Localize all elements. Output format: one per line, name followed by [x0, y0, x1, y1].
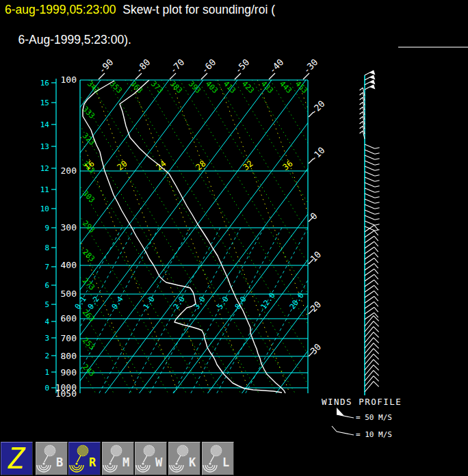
svg-text:-30: -30 — [301, 57, 320, 75]
svg-text:283: 283 — [81, 248, 96, 263]
toolbar-button-letter: R — [89, 455, 96, 469]
svg-text:1: 1 — [44, 368, 49, 377]
svg-text:353: 353 — [108, 79, 124, 95]
zeb-logo-letter: Z — [7, 442, 26, 475]
toolbar-button-w[interactable]: W — [135, 442, 167, 475]
svg-text:363: 363 — [129, 79, 144, 95]
isotherm-lines — [0, 80, 468, 393]
legend-item-label: = 10 M/S — [356, 430, 392, 439]
isotherm-labels: -90-80-70-60-50-40-30-20-100102030 — [96, 57, 327, 356]
svg-text:383: 383 — [168, 79, 184, 95]
svg-text:700: 700 — [61, 333, 77, 343]
toolbar: ZBRMWKL — [0, 442, 468, 476]
radiosonde-balloon-icon: B — [36, 442, 67, 475]
svg-text:-90: -90 — [96, 57, 115, 75]
svg-text:423: 423 — [240, 79, 256, 95]
svg-text:403: 403 — [204, 79, 220, 95]
toolbar-button-k[interactable]: K — [168, 442, 200, 475]
radiosonde-balloon-icon: L — [203, 442, 233, 475]
dry-adiabat-labels: 3433533633733833934034134234334434533333… — [81, 79, 309, 378]
svg-text:243: 243 — [81, 362, 96, 378]
radiosonde-balloon-icon: W — [135, 442, 166, 475]
svg-text:400: 400 — [61, 260, 77, 270]
isobar-lines — [80, 80, 308, 393]
svg-text:36: 36 — [281, 159, 295, 172]
svg-text:8: 8 — [44, 243, 49, 252]
pressure-labels: 10020030040050060070080090010001050 — [55, 75, 77, 399]
radiosonde-balloon-icon: M — [103, 442, 133, 475]
height-axis: 012345678910111213141516 — [40, 79, 56, 393]
toolbar-button-letter: M — [122, 455, 129, 469]
toolbar-button-letter: L — [222, 455, 229, 469]
svg-text:200: 200 — [61, 166, 77, 176]
svg-text:-80: -80 — [133, 57, 152, 75]
svg-text:3: 3 — [44, 334, 49, 343]
svg-text:0: 0 — [44, 384, 49, 393]
svg-text:293: 293 — [81, 219, 96, 235]
svg-text:-40: -40 — [267, 57, 285, 75]
svg-text:10: 10 — [40, 204, 49, 213]
svg-text:900: 900 — [61, 367, 77, 378]
svg-text:12: 12 — [40, 164, 49, 173]
svg-text:-50: -50 — [233, 57, 251, 75]
toolbar-button-letter: B — [56, 455, 63, 469]
svg-text:32: 32 — [242, 159, 255, 172]
dry-adiabat-lines — [0, 80, 468, 393]
svg-text:0.4: 0.4 — [110, 295, 125, 311]
svg-text:20: 20 — [116, 159, 129, 172]
svg-text:7: 7 — [44, 263, 49, 272]
toolbar-button-m[interactable]: M — [102, 442, 134, 475]
svg-text:15: 15 — [40, 98, 49, 107]
toolbar-button-zeb-logo[interactable]: Z — [1, 442, 33, 475]
svg-text:300: 300 — [61, 222, 77, 233]
svg-text:2: 2 — [44, 352, 49, 360]
svg-text:393: 393 — [187, 79, 203, 95]
moist-adiabat-labels: 162024283236 — [83, 159, 295, 172]
zeb-logo-icon: Z — [1, 442, 32, 475]
svg-text:24: 24 — [155, 159, 168, 172]
svg-text:443: 443 — [278, 79, 294, 95]
svg-text:263: 263 — [81, 308, 96, 323]
svg-text:6: 6 — [44, 281, 49, 290]
toolbar-button-r[interactable]: R — [68, 442, 101, 475]
toolbar-button-b[interactable]: B — [36, 442, 68, 475]
svg-text:9: 9 — [44, 224, 49, 233]
dewpoint-trace — [83, 81, 282, 393]
svg-text:500: 500 — [61, 289, 77, 299]
skewt-plot-canvas: 0123456789101112131415161002003004005006… — [0, 0, 468, 476]
legend-item-label: = 50 M/S — [356, 413, 392, 422]
svg-text:100: 100 — [61, 75, 77, 85]
toolbar-button-letter: K — [189, 455, 196, 469]
svg-text:13: 13 — [40, 142, 49, 151]
radiosonde-balloon-icon: K — [169, 442, 200, 475]
svg-text:373: 373 — [149, 79, 165, 95]
svg-text:600: 600 — [61, 313, 77, 323]
svg-text:1050: 1050 — [55, 388, 77, 399]
svg-text:273: 273 — [81, 276, 96, 292]
svg-text:1.0: 1.0 — [142, 295, 157, 311]
svg-text:4: 4 — [44, 317, 49, 326]
svg-text:11: 11 — [40, 185, 49, 194]
svg-text:28: 28 — [194, 159, 208, 172]
radiosonde-balloon-icon: R — [69, 442, 100, 475]
svg-text:16: 16 — [40, 79, 49, 88]
app-window: 6-aug-1999,05:23:00 Skew-t plot for soun… — [0, 0, 468, 476]
svg-text:413: 413 — [222, 79, 237, 95]
svg-text:2.0: 2.0 — [172, 295, 187, 311]
wind-barbs — [360, 70, 380, 392]
winds-profile-label: WINDS PROFILE — [322, 397, 402, 407]
svg-text:5.0: 5.0 — [216, 295, 231, 311]
toolbar-button-l[interactable]: L — [202, 442, 234, 475]
svg-text:800: 800 — [61, 351, 77, 361]
svg-text:-70: -70 — [168, 57, 186, 75]
svg-text:14: 14 — [40, 120, 50, 129]
moist-adiabat-lines — [19, 80, 456, 393]
svg-text:5: 5 — [44, 300, 49, 309]
toolbar-button-letter: W — [155, 455, 163, 469]
svg-text:-60: -60 — [199, 57, 218, 75]
